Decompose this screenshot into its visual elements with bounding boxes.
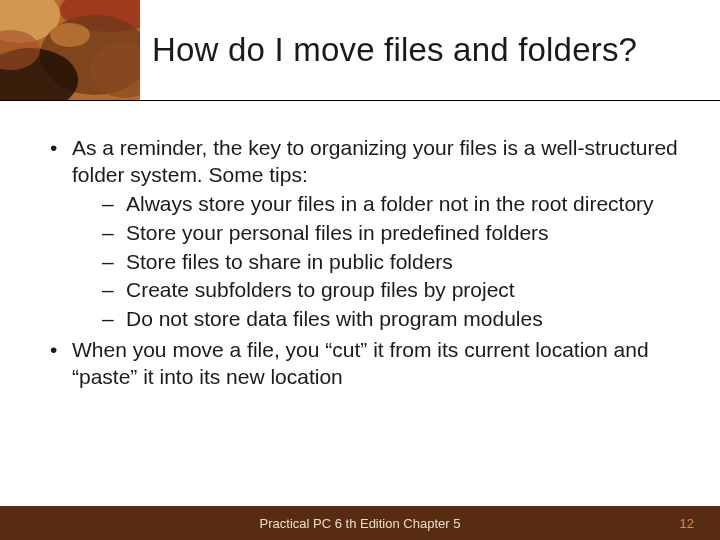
slide: How do I move files and folders? As a re…	[0, 0, 720, 540]
list-item: As a reminder, the key to organizing you…	[48, 135, 680, 333]
sub-bullet-list: Always store your files in a folder not …	[72, 191, 680, 333]
bullet-text: Create subfolders to group files by proj…	[126, 278, 515, 301]
list-item: Create subfolders to group files by proj…	[102, 277, 680, 304]
footer-bar: Practical PC 6 th Edition Chapter 5 12	[0, 506, 720, 540]
bullet-text: As a reminder, the key to organizing you…	[72, 136, 678, 186]
slide-title: How do I move files and folders?	[152, 31, 637, 69]
list-item: When you move a file, you “cut” it from …	[48, 337, 680, 391]
list-item: Always store your files in a folder not …	[102, 191, 680, 218]
footer-text: Practical PC 6 th Edition Chapter 5	[260, 516, 461, 531]
page-number: 12	[680, 516, 694, 531]
bullet-text: When you move a file, you “cut” it from …	[72, 338, 649, 388]
list-item: Do not store data files with program mod…	[102, 306, 680, 333]
slide-body: As a reminder, the key to organizing you…	[48, 135, 680, 395]
list-item: Store your personal files in predefined …	[102, 220, 680, 247]
title-row: How do I move files and folders?	[0, 0, 720, 100]
bullet-text: Do not store data files with program mod…	[126, 307, 543, 330]
bullet-text: Always store your files in a folder not …	[126, 192, 654, 215]
bullet-text: Store files to share in public folders	[126, 250, 453, 273]
title-divider	[0, 100, 720, 101]
bullet-text: Store your personal files in predefined …	[126, 221, 549, 244]
list-item: Store files to share in public folders	[102, 249, 680, 276]
bullet-list: As a reminder, the key to organizing you…	[48, 135, 680, 391]
